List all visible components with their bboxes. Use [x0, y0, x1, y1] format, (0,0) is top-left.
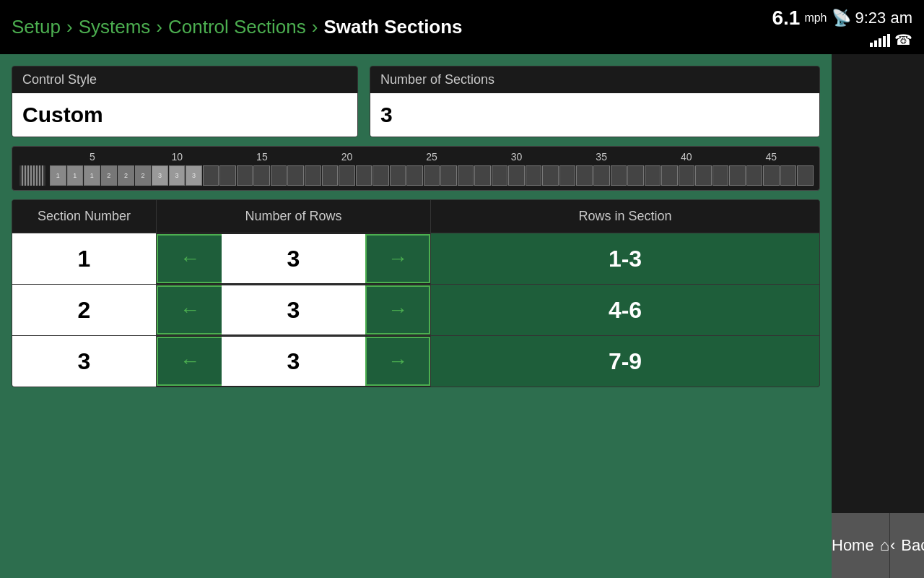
swath-cell-9: 3	[186, 165, 202, 186]
back-button[interactable]: ‹ Back	[890, 513, 924, 578]
swath-cell-e21	[542, 165, 559, 186]
swath-scale: 5 10 15 20 25 30 35 40 45	[50, 151, 814, 163]
bottom-buttons: Home ⌂ ‹ Back	[832, 513, 924, 578]
col-num-rows: Number of Rows	[157, 200, 431, 233]
scale-20: 20	[305, 151, 390, 163]
home-label: Home	[832, 536, 874, 555]
rows-in-section-2: 4-6	[431, 285, 819, 335]
swath-cell-e28	[661, 165, 678, 186]
rows-in-section-1: 1-3	[431, 233, 819, 284]
breadcrumb-sep-1: ›	[66, 16, 73, 38]
table-header: Section Number Number of Rows Rows in Se…	[12, 200, 819, 233]
swath-cell-e24	[593, 165, 610, 186]
swath-cell-e18	[492, 165, 508, 186]
num-rows-control-1: ← 3 →	[157, 233, 431, 284]
decrease-rows-2[interactable]: ←	[157, 285, 222, 335]
back-chevron-icon: ‹	[890, 536, 895, 555]
swath-cell-e6	[287, 165, 304, 186]
home-icon: ⌂	[880, 536, 889, 555]
top-bar: Setup › Systems › Control Sections › Swa…	[0, 0, 924, 54]
swath-cell-e14	[424, 165, 440, 186]
swath-cell-7: 3	[152, 165, 168, 186]
swath-cell-e10	[356, 165, 372, 186]
signal-antenna-icon: 📡	[832, 9, 851, 27]
swath-cell-3: 1	[84, 165, 100, 186]
scale-15: 15	[219, 151, 305, 163]
swath-cell-e29	[679, 165, 695, 186]
swath-cell-e20	[526, 165, 542, 186]
num-rows-control-3: ← 3 →	[157, 336, 431, 387]
swath-cell-6: 2	[135, 165, 152, 186]
cell-signal-icon	[870, 33, 890, 47]
decrease-rows-1[interactable]: ←	[157, 234, 222, 283]
section-number-3: 3	[12, 336, 157, 387]
swath-cell-5: 2	[118, 165, 134, 186]
swath-cell-e11	[372, 165, 389, 186]
scale-35: 35	[559, 151, 644, 163]
swath-cell-e8	[322, 165, 339, 186]
speed-value: 6.1	[772, 7, 800, 30]
swath-cell-e23	[576, 165, 593, 186]
right-panel: Home ⌂ ‹ Back	[832, 54, 924, 578]
num-rows-control-2: ← 3 →	[157, 285, 431, 335]
section-number-2: 2	[12, 285, 157, 335]
breadcrumb-setup[interactable]: Setup	[12, 16, 61, 38]
breadcrumb-sep-3: ›	[312, 16, 318, 38]
table-row: 1 ← 3 → 1-3	[12, 233, 819, 284]
swath-cell-e1	[203, 165, 219, 186]
increase-rows-3[interactable]: →	[365, 337, 430, 386]
col-section-number: Section Number	[12, 200, 157, 233]
swath-cell-1: 1	[50, 165, 66, 186]
swath-diagram: 5 10 15 20 25 30 35 40 45	[12, 146, 820, 191]
decrease-rows-3[interactable]: ←	[157, 337, 222, 386]
scale-25: 25	[389, 151, 474, 163]
home-button[interactable]: Home ⌂	[832, 513, 890, 578]
col-rows-in-section: Rows in Section	[431, 200, 819, 233]
num-rows-value-2: 3	[222, 285, 365, 335]
swath-cell-e30	[695, 165, 712, 186]
swath-cell-e26	[627, 165, 644, 186]
table-row: 2 ← 3 → 4-6	[12, 284, 819, 335]
svg-rect-0	[19, 165, 45, 186]
num-sections-value: 3	[370, 93, 819, 137]
swath-pattern-icon	[18, 165, 47, 186]
speed-unit: mph	[804, 12, 827, 25]
swath-cell-e34	[763, 165, 780, 186]
swath-cell-e19	[508, 165, 525, 186]
num-rows-value-3: 3	[222, 337, 365, 386]
num-rows-value-1: 3	[222, 234, 365, 283]
swath-cell-e15	[440, 165, 457, 186]
breadcrumb: Setup › Systems › Control Sections › Swa…	[12, 16, 772, 38]
swath-cell-2: 1	[67, 165, 84, 186]
num-sections-card: Number of Sections 3	[370, 66, 820, 137]
control-style-label: Control Style	[12, 66, 357, 93]
swath-cell-e12	[390, 165, 406, 186]
scale-10: 10	[135, 151, 220, 163]
swath-cell-e7	[305, 165, 321, 186]
rows-in-section-3: 7-9	[431, 336, 819, 387]
swath-cell-e25	[611, 165, 627, 186]
swath-cell-e33	[746, 165, 763, 186]
increase-rows-1[interactable]: →	[365, 234, 430, 283]
swath-cell-e22	[559, 165, 576, 186]
increase-rows-2[interactable]: →	[365, 285, 430, 335]
swath-cell-4: 2	[101, 165, 118, 186]
back-label: Back	[901, 536, 924, 555]
swath-cells: 1 1 1 2 2 2 3 3 3	[50, 165, 814, 186]
swath-cell-e31	[712, 165, 729, 186]
top-right-status: 6.1 mph 📡 9:23 am ☎	[772, 7, 912, 48]
table-row: 3 ← 3 → 7-9	[12, 335, 819, 387]
section-table: Section Number Number of Rows Rows in Se…	[12, 199, 820, 387]
breadcrumb-systems[interactable]: Systems	[79, 16, 151, 38]
scale-40: 40	[644, 151, 729, 163]
content-panel: Control Style Custom Number of Sections …	[0, 54, 832, 578]
scale-30: 30	[474, 151, 559, 163]
swath-cell-e2	[219, 165, 236, 186]
gps-icon: ☎	[894, 31, 912, 48]
swath-row: 1 1 1 2 2 2 3 3 3	[18, 165, 814, 186]
swath-cell-e4	[253, 165, 270, 186]
breadcrumb-control-sections[interactable]: Control Sections	[168, 16, 306, 38]
control-style-card: Control Style Custom	[12, 66, 358, 137]
num-sections-label: Number of Sections	[370, 66, 819, 93]
swath-cell-e5	[271, 165, 287, 186]
